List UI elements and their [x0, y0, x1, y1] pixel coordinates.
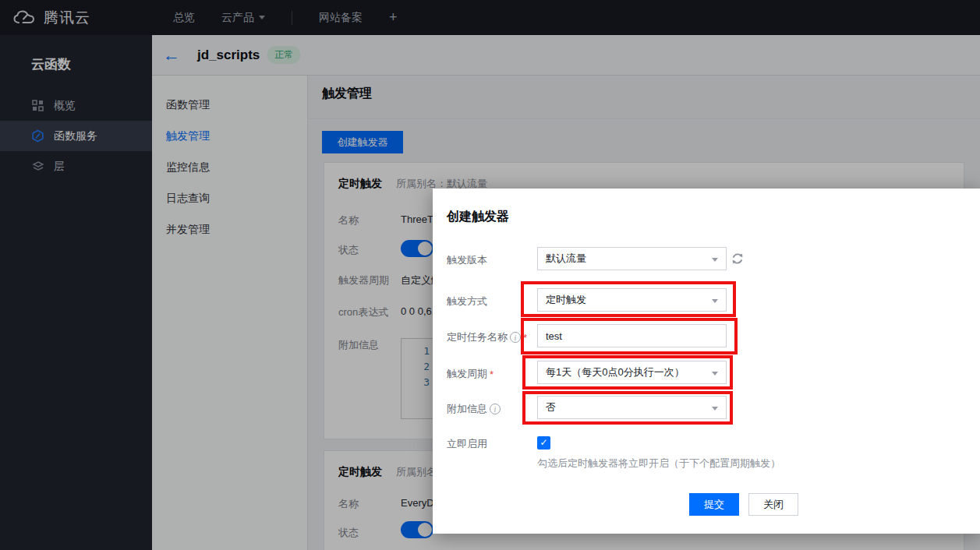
app-window: 腾讯云 总览 云产品 网站备案 + 云函数 概览 函数服务	[0, 0, 980, 550]
trigger-method-select[interactable]: 定时触发	[537, 288, 727, 312]
close-button[interactable]: 关闭	[748, 493, 798, 516]
create-trigger-dialog: 创建触发器 触发版本 默认流量 触发方式 定时触发 定时任务名称 i * tes…	[433, 189, 980, 534]
chevron-down-icon	[712, 372, 718, 375]
info-icon: i	[490, 404, 501, 414]
chevron-down-icon	[712, 258, 718, 262]
field-label: 定时任务名称 i *	[447, 330, 527, 344]
field-label: 触发方式	[447, 294, 487, 308]
dialog-title: 创建触发器	[447, 209, 509, 225]
field-label: 立即启用	[447, 437, 487, 451]
submit-button[interactable]: 提交	[689, 493, 739, 516]
field-label: 附加信息 i	[447, 402, 501, 416]
extra-info-select[interactable]: 否	[537, 396, 727, 419]
field-label: 触发版本	[447, 253, 487, 267]
trigger-cycle-select[interactable]: 每1天（每天0点0分执行一次）	[537, 361, 727, 384]
required-asterisk: *	[523, 332, 527, 344]
info-icon: i	[510, 332, 521, 343]
enable-note: 勾选后定时触发器将立即开启（于下个配置周期触发）	[537, 457, 780, 471]
trigger-version-select[interactable]: 默认流量	[537, 247, 727, 270]
field-label: 触发周期 *	[447, 367, 494, 381]
task-name-input[interactable]: test	[537, 324, 727, 347]
refresh-icon[interactable]	[730, 251, 745, 266]
chevron-down-icon	[712, 407, 718, 411]
chevron-down-icon	[712, 299, 718, 303]
required-asterisk: *	[490, 368, 494, 380]
enable-now-checkbox[interactable]: ✓	[537, 436, 550, 450]
